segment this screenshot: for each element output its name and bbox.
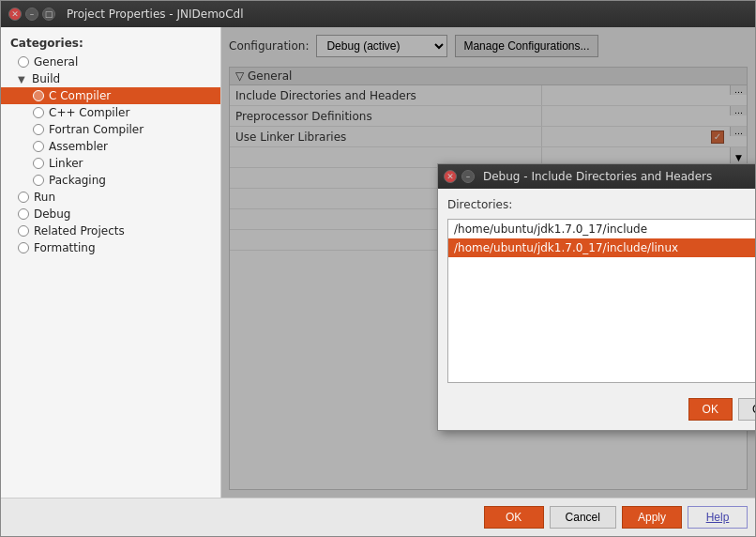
tree-bullet-run xyxy=(18,192,29,203)
tree-arrow-build: ▼ xyxy=(18,74,29,84)
sidebar-item-run-label: Run xyxy=(34,191,55,204)
minimize-button[interactable]: – xyxy=(25,8,38,21)
sidebar-item-assembler-label: Assembler xyxy=(49,140,108,153)
tree-bullet-general xyxy=(18,56,29,68)
sidebar-item-fortran-compiler[interactable]: Fortran Compiler xyxy=(1,121,220,138)
right-panel: Configuration: Debug (active) Release Ma… xyxy=(221,27,755,498)
maximize-button[interactable]: □ xyxy=(42,8,55,21)
tree-bullet-formatting xyxy=(18,242,29,253)
left-panel: Categories: General ▼ Build C Compiler C… xyxy=(1,27,221,498)
sidebar-item-cpp-compiler-label: C++ Compiler xyxy=(49,106,129,119)
sidebar-item-packaging-label: Packaging xyxy=(49,174,106,187)
sidebar-item-c-compiler[interactable]: C Compiler xyxy=(1,87,220,104)
sidebar-item-formatting-label: Formatting xyxy=(34,241,96,254)
dialog-dirs-label: Directories: xyxy=(447,198,755,211)
sidebar-item-linker[interactable]: Linker xyxy=(1,155,220,172)
ok-button[interactable]: OK xyxy=(484,506,544,529)
tree-bullet-assembler xyxy=(33,141,44,152)
window-title: Project Properties - JNIDemoCdl xyxy=(67,8,244,21)
dir-list-container: /home/ubuntu/jdk1.7.0_17/include /home/u… xyxy=(447,219,755,383)
content-area: Categories: General ▼ Build C Compiler C… xyxy=(1,27,755,498)
sidebar-item-linker-label: Linker xyxy=(49,157,83,170)
sidebar-item-assembler[interactable]: Assembler xyxy=(1,138,220,155)
dialog-minimize-button[interactable]: – xyxy=(461,170,475,183)
dir-list: /home/ubuntu/jdk1.7.0_17/include /home/u… xyxy=(448,220,755,382)
dialog-ok-button[interactable]: OK xyxy=(688,398,733,421)
dir-item-1[interactable]: /home/ubuntu/jdk1.7.0_17/include/linux xyxy=(448,238,755,257)
main-window: ✕ – □ Project Properties - JNIDemoCdl Ca… xyxy=(0,0,756,537)
include-dirs-dialog: ✕ – Debug - Include Directories and Head… xyxy=(437,163,755,431)
close-button[interactable]: ✕ xyxy=(8,8,22,21)
dialog-overlay: ✕ – Debug - Include Directories and Head… xyxy=(221,27,755,498)
help-button[interactable]: Help xyxy=(688,506,748,529)
dialog-close-button[interactable]: ✕ xyxy=(444,170,457,183)
apply-button[interactable]: Apply xyxy=(622,506,682,529)
cancel-button[interactable]: Cancel xyxy=(550,506,616,529)
dialog-title-bar: ✕ – Debug - Include Directories and Head… xyxy=(438,164,755,189)
categories-label: Categories: xyxy=(1,35,220,54)
dialog-body: /home/ubuntu/jdk1.7.0_17/include /home/u… xyxy=(447,219,755,383)
sidebar-item-formatting[interactable]: Formatting xyxy=(1,239,220,256)
dir-item-0[interactable]: /home/ubuntu/jdk1.7.0_17/include xyxy=(448,220,755,238)
tree-bullet-linker xyxy=(33,158,44,169)
tree-bullet-fortran-compiler xyxy=(33,124,44,135)
sidebar-item-related-projects[interactable]: Related Projects xyxy=(1,222,220,239)
dialog-cancel-button[interactable]: Cancel xyxy=(738,398,755,421)
sidebar-item-c-compiler-label: C Compiler xyxy=(49,89,111,102)
sidebar-item-debug[interactable]: Debug xyxy=(1,206,220,222)
sidebar-item-general-label: General xyxy=(34,55,78,69)
sidebar-item-run[interactable]: Run xyxy=(1,189,220,206)
sidebar-item-build-label: Build xyxy=(32,72,60,85)
tree-bullet-cpp-compiler xyxy=(33,107,44,118)
title-bar-controls: ✕ – □ xyxy=(8,8,55,21)
dialog-title: Debug - Include Directories and Headers xyxy=(483,170,712,183)
title-bar: ✕ – □ Project Properties - JNIDemoCdl xyxy=(1,1,755,27)
tree-bullet-related-projects xyxy=(18,225,29,237)
sidebar-item-packaging[interactable]: Packaging xyxy=(1,172,220,189)
dialog-content: Directories: /home/ubuntu/jdk1.7.0_17/in… xyxy=(438,189,755,392)
sidebar-item-related-projects-label: Related Projects xyxy=(34,224,125,238)
sidebar-item-debug-label: Debug xyxy=(34,207,70,221)
sidebar-item-fortran-compiler-label: Fortran Compiler xyxy=(49,123,144,136)
tree-bullet-debug xyxy=(18,208,29,220)
sidebar-item-general[interactable]: General xyxy=(1,54,220,70)
dialog-footer: OK Cancel Help xyxy=(438,392,755,430)
bottom-bar: OK Cancel Apply Help xyxy=(1,498,755,536)
tree-bullet-c-compiler xyxy=(33,90,44,101)
sidebar-item-build[interactable]: ▼ Build xyxy=(1,70,220,87)
tree-bullet-packaging xyxy=(33,175,44,186)
sidebar-item-cpp-compiler[interactable]: C++ Compiler xyxy=(1,104,220,121)
